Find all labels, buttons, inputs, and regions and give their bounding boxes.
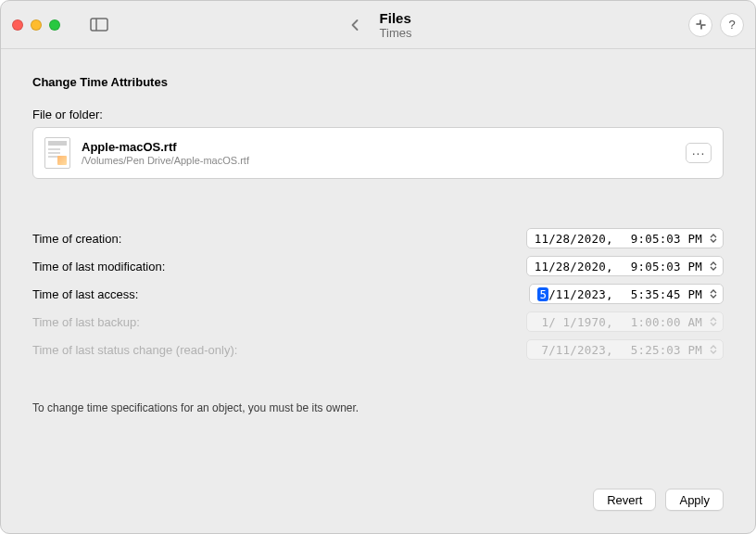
row-status-change: Time of last status change (read-only): … (32, 340, 724, 359)
date-value: 11/28/2020, (535, 232, 613, 246)
row-label: Time of last backup: (32, 315, 526, 329)
time-value: 5:25:03 PM (631, 343, 702, 357)
collapse-button[interactable] (688, 13, 712, 37)
zoom-icon[interactable] (49, 19, 60, 31)
datetime-field-modification[interactable]: 11/28/2020, 9:05:03 PM (526, 256, 724, 276)
row-label: Time of last modification: (32, 260, 526, 273)
file-meta: Apple-macOS.rtf /Volumes/Pen Drive/Apple… (82, 140, 674, 166)
date-value: 7/11/2023, (535, 343, 613, 357)
window-controls (12, 19, 60, 31)
content: Change Time Attributes File or folder: A… (1, 49, 755, 533)
stepper-icon[interactable] (708, 234, 719, 243)
datetime-field-status: 7/11/2023, 5:25:03 PM (526, 339, 724, 360)
choose-file-button[interactable]: ··· (686, 143, 712, 163)
date-value: 11/28/2020, (535, 260, 613, 273)
section-heading: Change Time Attributes (32, 75, 724, 89)
apply-button[interactable]: Apply (665, 489, 724, 511)
page-title: Files (380, 10, 412, 26)
file-selector: Apple-macOS.rtf /Volumes/Pen Drive/Apple… (32, 127, 724, 179)
help-button[interactable]: ? (720, 13, 744, 37)
row-label: Time of last status change (read-only): (32, 343, 526, 357)
stepper-icon[interactable] (708, 261, 719, 271)
stepper-icon (708, 317, 719, 326)
row-access: Time of last access: 5/11/2023, 5:35:45 … (32, 285, 724, 303)
window: Files Times ? Change Time Attributes Fil… (0, 0, 756, 534)
time-value: 5:35:45 PM (631, 287, 702, 301)
time-value: 9:05:03 PM (631, 232, 702, 246)
selected-segment: 5 (537, 287, 548, 301)
minimize-icon[interactable] (31, 19, 42, 31)
time-value: 9:05:03 PM (631, 260, 702, 273)
row-label: Time of creation: (32, 232, 526, 246)
datetime-field-access[interactable]: 5/11/2023, 5:35:45 PM (529, 284, 724, 304)
stepper-icon (708, 345, 719, 354)
close-icon[interactable] (12, 19, 23, 31)
stepper-icon[interactable] (708, 289, 719, 299)
datetime-field-creation[interactable]: 11/28/2020, 9:05:03 PM (526, 228, 724, 248)
footer: Revert Apply (32, 472, 724, 511)
row-backup: Time of last backup: 1/ 1/1970, 1:00:00 … (32, 312, 724, 331)
svg-rect-0 (91, 19, 107, 31)
datetime-field-backup: 1/ 1/1970, 1:00:00 AM (526, 312, 724, 332)
time-rows: Time of creation: 11/28/2020, 9:05:03 PM… (32, 229, 724, 359)
date-value: 5/11/2023, (537, 287, 612, 301)
owner-note: To change time specifications for an obj… (32, 401, 724, 414)
revert-button[interactable]: Revert (593, 489, 656, 511)
file-path: /Volumes/Pen Drive/Apple-macOS.rtf (82, 155, 674, 166)
title-group: Files Times (345, 10, 412, 40)
row-label: Time of last access: (32, 287, 529, 301)
file-name: Apple-macOS.rtf (82, 140, 674, 154)
file-icon (44, 137, 70, 169)
time-value: 1:00:00 AM (631, 315, 702, 329)
titlebar: Files Times ? (1, 1, 755, 49)
back-button[interactable] (345, 14, 367, 36)
toggle-sidebar-button[interactable] (86, 14, 112, 36)
row-modification: Time of last modification: 11/28/2020, 9… (32, 257, 724, 275)
date-value: 1/ 1/1970, (535, 315, 613, 329)
page-subtitle: Times (380, 26, 412, 40)
toolbar-right: ? (688, 13, 744, 37)
row-creation: Time of creation: 11/28/2020, 9:05:03 PM (32, 229, 724, 248)
file-or-folder-label: File or folder: (32, 108, 724, 121)
